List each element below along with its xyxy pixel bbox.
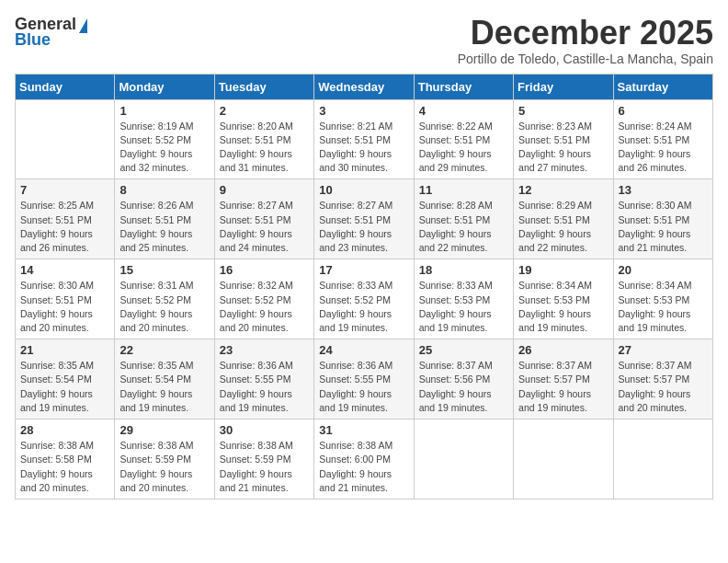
- day-number: 10: [319, 183, 408, 197]
- month-title: December 2025: [458, 15, 713, 52]
- calendar-cell: [514, 419, 613, 500]
- calendar-cell: 8Sunrise: 8:26 AM Sunset: 5:51 PM Daylig…: [115, 179, 214, 259]
- calendar-cell: [16, 99, 115, 179]
- logo: General Blue: [15, 15, 87, 50]
- calendar-cell: 1Sunrise: 8:19 AM Sunset: 5:52 PM Daylig…: [115, 99, 214, 179]
- day-number: 30: [220, 423, 309, 437]
- calendar-cell: 23Sunrise: 8:36 AM Sunset: 5:55 PM Dayli…: [214, 339, 313, 419]
- calendar-cell: 13Sunrise: 8:30 AM Sunset: 5:51 PM Dayli…: [613, 179, 712, 259]
- day-number: 3: [319, 104, 408, 118]
- day-info: Sunrise: 8:24 AM Sunset: 5:51 PM Dayligh…: [619, 120, 708, 176]
- day-number: 21: [20, 343, 109, 357]
- day-info: Sunrise: 8:23 AM Sunset: 5:51 PM Dayligh…: [518, 120, 608, 176]
- day-info: Sunrise: 8:32 AM Sunset: 5:52 PM Dayligh…: [220, 279, 309, 335]
- day-number: 12: [518, 183, 608, 197]
- day-info: Sunrise: 8:30 AM Sunset: 5:51 PM Dayligh…: [619, 199, 708, 255]
- calendar-cell: 9Sunrise: 8:27 AM Sunset: 5:51 PM Daylig…: [214, 179, 313, 259]
- day-info: Sunrise: 8:38 AM Sunset: 6:00 PM Dayligh…: [319, 439, 408, 495]
- day-info: Sunrise: 8:26 AM Sunset: 5:51 PM Dayligh…: [119, 199, 209, 255]
- calendar-cell: 22Sunrise: 8:35 AM Sunset: 5:54 PM Dayli…: [115, 339, 214, 419]
- day-of-week-header: Sunday: [16, 74, 115, 99]
- day-number: 9: [220, 183, 309, 197]
- day-number: 22: [119, 343, 209, 357]
- day-info: Sunrise: 8:37 AM Sunset: 5:57 PM Dayligh…: [518, 359, 608, 415]
- day-of-week-header: Saturday: [613, 74, 712, 99]
- calendar-cell: 31Sunrise: 8:38 AM Sunset: 6:00 PM Dayli…: [314, 419, 414, 500]
- calendar-cell: 5Sunrise: 8:23 AM Sunset: 5:51 PM Daylig…: [514, 99, 613, 179]
- calendar-cell: 17Sunrise: 8:33 AM Sunset: 5:52 PM Dayli…: [314, 259, 414, 339]
- calendar-cell: 4Sunrise: 8:22 AM Sunset: 5:51 PM Daylig…: [414, 99, 513, 179]
- location-subtitle: Portillo de Toledo, Castille-La Mancha, …: [458, 52, 713, 66]
- day-info: Sunrise: 8:28 AM Sunset: 5:51 PM Dayligh…: [419, 199, 508, 255]
- calendar-cell: 3Sunrise: 8:21 AM Sunset: 5:51 PM Daylig…: [314, 99, 414, 179]
- calendar-cell: 19Sunrise: 8:34 AM Sunset: 5:53 PM Dayli…: [514, 259, 613, 339]
- calendar-cell: 6Sunrise: 8:24 AM Sunset: 5:51 PM Daylig…: [613, 99, 712, 179]
- day-number: 4: [419, 104, 508, 118]
- day-number: 24: [319, 343, 408, 357]
- day-info: Sunrise: 8:31 AM Sunset: 5:52 PM Dayligh…: [119, 279, 209, 335]
- calendar-cell: 21Sunrise: 8:35 AM Sunset: 5:54 PM Dayli…: [16, 339, 115, 419]
- day-of-week-header: Thursday: [414, 74, 513, 99]
- calendar-cell: 27Sunrise: 8:37 AM Sunset: 5:57 PM Dayli…: [613, 339, 712, 419]
- logo-blue-text: Blue: [15, 30, 51, 50]
- day-info: Sunrise: 8:37 AM Sunset: 5:57 PM Dayligh…: [619, 359, 708, 415]
- day-number: 16: [220, 263, 309, 277]
- day-info: Sunrise: 8:20 AM Sunset: 5:51 PM Dayligh…: [220, 120, 309, 176]
- day-number: 18: [419, 263, 508, 277]
- calendar-cell: 24Sunrise: 8:36 AM Sunset: 5:55 PM Dayli…: [314, 339, 414, 419]
- day-number: 27: [619, 343, 708, 357]
- day-info: Sunrise: 8:37 AM Sunset: 5:56 PM Dayligh…: [419, 359, 508, 415]
- day-info: Sunrise: 8:27 AM Sunset: 5:51 PM Dayligh…: [220, 199, 309, 255]
- day-info: Sunrise: 8:38 AM Sunset: 5:59 PM Dayligh…: [220, 439, 309, 495]
- day-of-week-header: Monday: [115, 74, 214, 99]
- day-info: Sunrise: 8:36 AM Sunset: 5:55 PM Dayligh…: [220, 359, 309, 415]
- calendar-cell: 28Sunrise: 8:38 AM Sunset: 5:58 PM Dayli…: [16, 419, 115, 500]
- day-info: Sunrise: 8:36 AM Sunset: 5:55 PM Dayligh…: [319, 359, 408, 415]
- title-section: December 2025 Portillo de Toledo, Castil…: [458, 15, 713, 66]
- day-number: 17: [319, 263, 408, 277]
- calendar-cell: 30Sunrise: 8:38 AM Sunset: 5:59 PM Dayli…: [214, 419, 313, 500]
- calendar-cell: 15Sunrise: 8:31 AM Sunset: 5:52 PM Dayli…: [115, 259, 214, 339]
- day-info: Sunrise: 8:38 AM Sunset: 5:58 PM Dayligh…: [20, 439, 109, 495]
- calendar-cell: [613, 419, 712, 500]
- page-header: General Blue December 2025 Portillo de T…: [15, 15, 713, 66]
- day-number: 19: [518, 263, 608, 277]
- calendar-header: SundayMondayTuesdayWednesdayThursdayFrid…: [16, 74, 713, 99]
- day-info: Sunrise: 8:21 AM Sunset: 5:51 PM Dayligh…: [319, 120, 408, 176]
- day-number: 2: [220, 104, 309, 118]
- day-number: 8: [119, 183, 209, 197]
- day-number: 7: [20, 183, 109, 197]
- calendar-cell: 14Sunrise: 8:30 AM Sunset: 5:51 PM Dayli…: [16, 259, 115, 339]
- day-number: 28: [20, 423, 109, 437]
- calendar-cell: 12Sunrise: 8:29 AM Sunset: 5:51 PM Dayli…: [514, 179, 613, 259]
- calendar-cell: 16Sunrise: 8:32 AM Sunset: 5:52 PM Dayli…: [214, 259, 313, 339]
- calendar-cell: 20Sunrise: 8:34 AM Sunset: 5:53 PM Dayli…: [613, 259, 712, 339]
- calendar-cell: 7Sunrise: 8:25 AM Sunset: 5:51 PM Daylig…: [16, 179, 115, 259]
- day-number: 6: [619, 104, 708, 118]
- day-info: Sunrise: 8:29 AM Sunset: 5:51 PM Dayligh…: [518, 199, 608, 255]
- day-number: 13: [619, 183, 708, 197]
- calendar-cell: 10Sunrise: 8:27 AM Sunset: 5:51 PM Dayli…: [314, 179, 414, 259]
- calendar-cell: 2Sunrise: 8:20 AM Sunset: 5:51 PM Daylig…: [214, 99, 313, 179]
- day-number: 11: [419, 183, 508, 197]
- day-info: Sunrise: 8:22 AM Sunset: 5:51 PM Dayligh…: [419, 120, 508, 176]
- day-number: 15: [119, 263, 209, 277]
- day-number: 29: [119, 423, 209, 437]
- day-of-week-header: Friday: [514, 74, 613, 99]
- day-number: 31: [319, 423, 408, 437]
- day-info: Sunrise: 8:30 AM Sunset: 5:51 PM Dayligh…: [20, 279, 109, 335]
- calendar-cell: 26Sunrise: 8:37 AM Sunset: 5:57 PM Dayli…: [514, 339, 613, 419]
- calendar-table: SundayMondayTuesdayWednesdayThursdayFrid…: [15, 74, 713, 500]
- day-info: Sunrise: 8:27 AM Sunset: 5:51 PM Dayligh…: [319, 199, 408, 255]
- calendar-cell: 18Sunrise: 8:33 AM Sunset: 5:53 PM Dayli…: [414, 259, 513, 339]
- day-number: 1: [119, 104, 209, 118]
- calendar-cell: [414, 419, 513, 500]
- day-info: Sunrise: 8:38 AM Sunset: 5:59 PM Dayligh…: [119, 439, 209, 495]
- day-of-week-header: Wednesday: [314, 74, 414, 99]
- day-info: Sunrise: 8:35 AM Sunset: 5:54 PM Dayligh…: [20, 359, 109, 415]
- day-number: 25: [419, 343, 508, 357]
- calendar-cell: 11Sunrise: 8:28 AM Sunset: 5:51 PM Dayli…: [414, 179, 513, 259]
- day-info: Sunrise: 8:19 AM Sunset: 5:52 PM Dayligh…: [119, 120, 209, 176]
- day-info: Sunrise: 8:34 AM Sunset: 5:53 PM Dayligh…: [518, 279, 608, 335]
- day-number: 23: [220, 343, 309, 357]
